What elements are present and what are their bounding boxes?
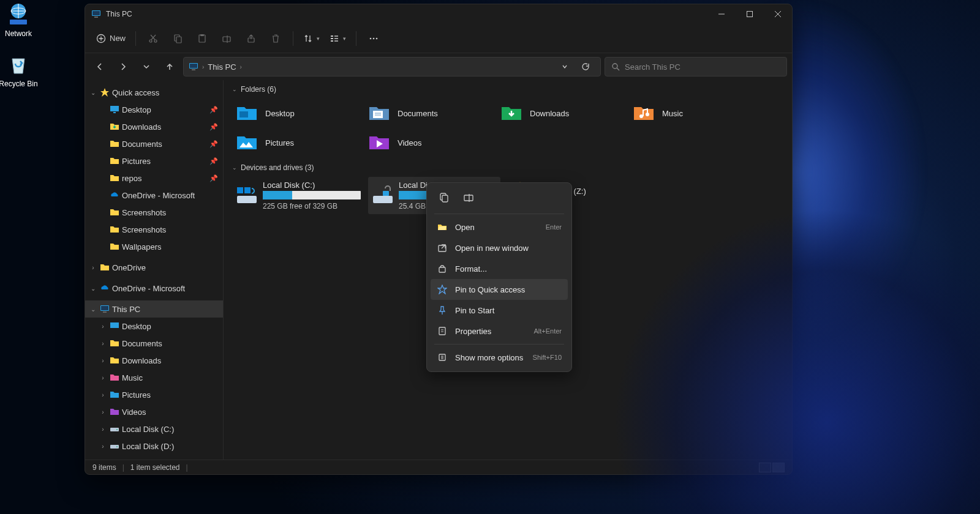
drive-unlocked-icon bbox=[372, 185, 394, 207]
desktop-icon-label: Recycle Bin bbox=[0, 80, 38, 88]
network-globe-icon bbox=[6, 2, 31, 27]
sidebar-item-wallpapers[interactable]: Wallpapers bbox=[85, 238, 223, 255]
cut-button[interactable] bbox=[142, 28, 164, 50]
search-placeholder: Search This PC bbox=[625, 62, 680, 72]
breadcrumb-item[interactable]: This PC bbox=[208, 62, 236, 72]
view-button[interactable]: ▾ bbox=[326, 28, 350, 50]
rename-button[interactable] bbox=[216, 28, 238, 50]
sidebar-item-documents2[interactable]: ›Documents bbox=[85, 335, 223, 352]
svg-point-57 bbox=[646, 113, 649, 116]
sidebar-item-onedrive-ms[interactable]: OneDrive - Microsoft bbox=[85, 187, 223, 204]
sidebar-item-pictures2[interactable]: ›Pictures bbox=[85, 386, 223, 403]
more-icon bbox=[437, 352, 448, 363]
plus-circle-icon bbox=[96, 34, 106, 43]
address-bar[interactable]: › This PC › bbox=[183, 57, 601, 76]
recent-button[interactable] bbox=[137, 57, 156, 76]
new-label: New bbox=[110, 34, 126, 43]
folder-icon bbox=[110, 242, 119, 251]
svg-rect-21 bbox=[223, 37, 230, 42]
close-button[interactable] bbox=[764, 4, 792, 24]
pin-icon: 📌 bbox=[209, 174, 218, 182]
desktop-icon-label: Network bbox=[5, 29, 32, 38]
svg-point-14 bbox=[154, 40, 157, 42]
ctx-copy-button[interactable] bbox=[434, 188, 454, 207]
pin-icon: 📌 bbox=[209, 157, 218, 165]
back-button[interactable] bbox=[90, 57, 110, 76]
sidebar-onedrive-ms[interactable]: ⌄OneDrive - Microsoft bbox=[85, 280, 223, 297]
ctx-format[interactable]: Format... bbox=[431, 258, 568, 279]
new-button[interactable]: New bbox=[92, 28, 129, 50]
folder-music[interactable]: Music bbox=[629, 99, 761, 128]
sidebar-item-disk-c[interactable]: ›Local Disk (C:) bbox=[85, 420, 223, 438]
desktop-icon-network[interactable]: Network bbox=[0, 2, 42, 38]
pin-icon: 📌 bbox=[209, 123, 218, 131]
folder-icon bbox=[100, 263, 110, 272]
svg-rect-41 bbox=[101, 306, 108, 310]
pin-icon bbox=[437, 305, 448, 316]
folder-documents[interactable]: Documents bbox=[364, 99, 497, 128]
tiles-view-button[interactable] bbox=[772, 463, 785, 472]
more-button[interactable] bbox=[363, 28, 385, 50]
ctx-rename-button[interactable] bbox=[459, 188, 478, 207]
ctx-show-more[interactable]: Show more optionsShift+F10 bbox=[431, 347, 568, 368]
sidebar-this-pc[interactable]: ⌄This PC bbox=[85, 300, 223, 318]
sidebar-item-music[interactable]: ›Music bbox=[85, 369, 223, 386]
folder-icon bbox=[110, 139, 119, 149]
drive-icon bbox=[110, 424, 119, 434]
maximize-button[interactable] bbox=[736, 4, 764, 24]
folder-pictures[interactable]: Pictures bbox=[232, 128, 364, 157]
onedrive-icon bbox=[110, 190, 119, 200]
sidebar-item-screenshots[interactable]: Screenshots bbox=[85, 204, 223, 221]
ctx-pin-quick-access[interactable]: Pin to Quick access bbox=[431, 279, 568, 300]
sidebar-item-documents[interactable]: Documents📌 bbox=[85, 135, 223, 152]
sidebar-item-desktop2[interactable]: ›Desktop bbox=[85, 318, 223, 335]
sidebar-item-screenshots2[interactable]: Screenshots bbox=[85, 221, 223, 238]
up-button[interactable] bbox=[160, 57, 179, 76]
search-input[interactable]: Search This PC bbox=[605, 57, 787, 76]
sidebar-item-disk-d[interactable]: ›Local Disk (D:) bbox=[85, 438, 223, 455]
new-window-icon bbox=[437, 242, 448, 253]
sidebar-item-videos[interactable]: ›Videos bbox=[85, 403, 223, 420]
sidebar-item-desktop[interactable]: Desktop📌 bbox=[85, 101, 223, 118]
titlebar[interactable]: This PC bbox=[85, 4, 792, 24]
svg-point-36 bbox=[612, 64, 617, 69]
address-dropdown[interactable] bbox=[555, 57, 575, 76]
ctx-properties[interactable]: PropertiesAlt+Enter bbox=[431, 321, 568, 341]
sidebar-item-downloads2[interactable]: ›Downloads bbox=[85, 352, 223, 369]
svg-point-45 bbox=[116, 429, 118, 430]
share-button[interactable] bbox=[240, 28, 262, 50]
drive-windows-icon bbox=[236, 185, 258, 207]
details-view-button[interactable] bbox=[759, 463, 771, 472]
paste-button[interactable] bbox=[191, 28, 213, 50]
group-header-drives[interactable]: ⌄Devices and drives (3) bbox=[232, 163, 783, 172]
sidebar-onedrive[interactable]: ›OneDrive bbox=[85, 259, 223, 276]
svg-rect-53 bbox=[373, 111, 383, 118]
desktop-icon-recycle[interactable]: Recycle Bin bbox=[0, 53, 42, 88]
svg-rect-59 bbox=[237, 187, 243, 193]
minimize-button[interactable] bbox=[707, 4, 736, 24]
ctx-pin-start[interactable]: Pin to Start bbox=[431, 300, 568, 321]
svg-rect-43 bbox=[110, 322, 119, 328]
refresh-button[interactable] bbox=[576, 57, 595, 76]
status-bar: 9 items | 1 item selected | bbox=[85, 460, 792, 474]
search-icon bbox=[611, 62, 620, 71]
sidebar-item-pictures[interactable]: Pictures📌 bbox=[85, 152, 223, 169]
folder-desktop[interactable]: Desktop bbox=[232, 99, 364, 128]
folder-downloads[interactable]: Downloads bbox=[497, 99, 629, 128]
sidebar-item-repos[interactable]: repos📌 bbox=[85, 169, 223, 187]
sidebar-item-downloads[interactable]: Downloads📌 bbox=[85, 118, 223, 135]
drive-c[interactable]: Local Disk (C:) 225 GB free of 329 GB bbox=[232, 177, 364, 214]
ctx-open-new-window[interactable]: Open in new window bbox=[431, 237, 568, 258]
sidebar-item-disk-z[interactable]: Local Disk (Z:) bbox=[85, 455, 223, 460]
status-selection: 1 item selected bbox=[130, 463, 180, 472]
folder-videos[interactable]: Videos bbox=[364, 128, 497, 157]
group-header-folders[interactable]: ⌄Folders (6) bbox=[232, 85, 783, 94]
copy-button[interactable] bbox=[167, 28, 189, 50]
sidebar-quick-access[interactable]: ⌄Quick access bbox=[85, 84, 223, 101]
delete-button[interactable] bbox=[265, 28, 287, 50]
svg-line-37 bbox=[617, 68, 619, 70]
forward-button[interactable] bbox=[113, 57, 133, 76]
sort-button[interactable]: ▾ bbox=[300, 28, 323, 50]
properties-icon bbox=[437, 326, 448, 337]
ctx-open[interactable]: OpenEnter bbox=[431, 217, 568, 237]
